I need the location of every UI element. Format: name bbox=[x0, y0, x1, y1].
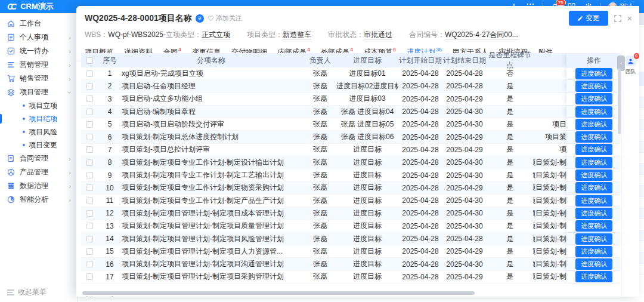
row-checkbox[interactable] bbox=[86, 83, 93, 90]
progress-confirm-button[interactable]: 进度确认 bbox=[575, 233, 612, 245]
subitem-name: 项目策划-制定项目管理计划-制定项目沟通管理计划 bbox=[122, 259, 304, 269]
sidebar-item[interactable]: 营销管理› bbox=[0, 58, 77, 72]
select-all-checkbox[interactable] bbox=[86, 57, 93, 64]
add-follow-button[interactable]: 添加关注 bbox=[208, 14, 242, 23]
table-row: 17 项目策划-制定项目管理计划-制定项目采购管理计划 张磊 进度目标 2025… bbox=[81, 271, 621, 283]
row-checkbox[interactable] bbox=[86, 236, 93, 242]
row-checkbox[interactable] bbox=[86, 261, 93, 267]
row-no: 1 bbox=[98, 69, 122, 78]
planned-end-date: 2025-04-29 bbox=[442, 273, 487, 281]
horizontal-scrollbar[interactable] bbox=[82, 291, 475, 295]
parent-item-truncated: 项目策划-制... bbox=[533, 196, 566, 206]
row-checkbox[interactable] bbox=[86, 159, 93, 166]
sidebar-subitem[interactable]: 项目风险 bbox=[0, 125, 77, 138]
project-title: WQ2025-4-28-0001项目名称 bbox=[85, 13, 192, 24]
planned-start-date: 2025-04-28 bbox=[398, 158, 442, 167]
change-button[interactable]: 变更 bbox=[569, 11, 608, 26]
row-checkbox[interactable] bbox=[86, 273, 93, 280]
row-no: 15 bbox=[98, 247, 122, 255]
close-icon[interactable]: × bbox=[627, 14, 632, 23]
fullscreen-icon[interactable] bbox=[614, 15, 621, 22]
sidebar-item[interactable]: 个人事项› bbox=[0, 30, 77, 44]
row-checkbox[interactable] bbox=[86, 134, 93, 140]
row-checkbox[interactable] bbox=[86, 248, 93, 255]
planned-start-date: 2025-04-28 bbox=[398, 120, 442, 128]
parent-item-truncated: 项目策划-制... bbox=[533, 272, 566, 282]
brand-name: CRM演示 bbox=[20, 1, 54, 12]
table-row: 2 项目启动-任命项目经理 张磊 进度目标02进度目标... 2025-04-2… bbox=[81, 80, 621, 93]
row-checkbox[interactable] bbox=[86, 121, 93, 128]
row-checkbox[interactable] bbox=[86, 109, 93, 115]
progress-confirm-button[interactable]: 进度确认 bbox=[575, 144, 612, 155]
planned-start-date: 2025-04-28 bbox=[398, 260, 442, 269]
progress-confirm-button[interactable]: 进度确认 bbox=[575, 157, 612, 168]
progress-confirm-button[interactable]: 进度确认 bbox=[575, 258, 612, 270]
chevron-right-icon: › bbox=[69, 169, 71, 176]
progress-confirm-button[interactable]: 进度确认 bbox=[575, 81, 612, 92]
row-checkbox[interactable] bbox=[86, 95, 93, 102]
planned-end-date: 2025-04-29 bbox=[442, 133, 487, 141]
progress-confirm-button[interactable]: 进度确认 bbox=[575, 93, 612, 104]
progress-confirm-button[interactable]: 进度确认 bbox=[575, 271, 612, 282]
row-checkbox[interactable] bbox=[86, 223, 93, 229]
project-icon bbox=[7, 88, 15, 96]
row-checkbox[interactable] bbox=[86, 210, 93, 217]
progress-confirm-button[interactable]: 进度确认 bbox=[575, 195, 612, 207]
sidebar-item[interactable]: 合同管理› bbox=[0, 152, 77, 165]
sidebar-subitem[interactable]: 项目立项 bbox=[0, 99, 77, 112]
progress-confirm-button[interactable]: 进度确认 bbox=[575, 170, 612, 181]
is-milestone: 是 bbox=[487, 221, 533, 231]
row-checkbox[interactable] bbox=[86, 198, 93, 204]
planned-start-date: 2025-04-28 bbox=[398, 209, 442, 217]
planned-end-date: 2025-04-30 bbox=[442, 260, 487, 269]
parent-item-truncated: 项目策 bbox=[533, 132, 566, 142]
sidebar-subitem[interactable]: 项目结项 bbox=[0, 112, 77, 125]
table-row: 5 项目启动-项目启动阶段交付评审 张磊 张磊 进度目标05 2025-04-2… bbox=[81, 118, 621, 131]
progress-confirm-button[interactable]: 进度确认 bbox=[575, 220, 612, 232]
sidebar-item[interactable]: 项目管理› bbox=[0, 85, 77, 99]
sidebar-item[interactable]: 工作台 bbox=[0, 17, 77, 30]
progress-confirm-button[interactable]: 进度确认 bbox=[575, 208, 612, 219]
contract-icon bbox=[7, 155, 15, 162]
subitem-name: 项目策划-制定项目专业工作计划-制定物资采购计划 bbox=[122, 183, 304, 193]
progress-confirm-button[interactable]: 进度确认 bbox=[575, 119, 612, 130]
parent-item-truncated: 项目策划-制... bbox=[533, 183, 566, 193]
planned-start-date: 2025-04-28 bbox=[398, 107, 442, 116]
sidebar-item[interactable]: 产品管理› bbox=[0, 165, 77, 179]
is-milestone: 是 bbox=[487, 272, 533, 282]
sidebar-item-label: 个人事项 bbox=[20, 32, 64, 42]
parent-item-truncated: 项目策划-制... bbox=[533, 234, 566, 244]
vertical-scrollbar[interactable] bbox=[618, 69, 621, 134]
sidebar-item[interactable]: 数据治理› bbox=[0, 179, 77, 193]
pencil-icon bbox=[577, 16, 583, 21]
owner: 张磊 bbox=[304, 132, 336, 142]
planned-end-date: 2025-04-30 bbox=[442, 107, 487, 116]
sidebar-item[interactable]: 智能分析› bbox=[0, 193, 77, 207]
row-checkbox[interactable] bbox=[86, 172, 93, 178]
sidebar-item[interactable]: 统一待办› bbox=[0, 44, 77, 58]
planned-start-date: 2025-04-28 bbox=[398, 247, 442, 255]
owner: 张磊 bbox=[304, 221, 336, 231]
brand: CC CRM演示 bbox=[7, 1, 54, 12]
planned-end-date: 2025-04-30 bbox=[442, 196, 487, 205]
chevron-right-icon: › bbox=[69, 155, 71, 162]
owner: 张磊 bbox=[304, 196, 336, 206]
sidebar-menu: 工作台 个人事项› 统一待办› 营销管理› 销售管理› 项目管理› 项目立项 项… bbox=[0, 13, 77, 207]
row-checkbox[interactable] bbox=[86, 70, 93, 77]
progress-confirm-button[interactable]: 进度确认 bbox=[575, 106, 612, 118]
team-members-icon[interactable]: 6 bbox=[626, 56, 636, 66]
project-detail-modal: WQ2025-4-28-0001项目名称 添加关注 变更 × bbox=[76, 6, 639, 297]
progress-confirm-button[interactable]: 进度确认 bbox=[575, 131, 612, 143]
progress-confirm-button[interactable]: 进度确认 bbox=[575, 182, 612, 193]
progress-confirm-button[interactable]: 进度确认 bbox=[575, 68, 612, 79]
parent-item-truncated: 项目策划-制... bbox=[533, 158, 566, 168]
progress-target: 进度目标 bbox=[336, 234, 398, 244]
owner: 张磊 bbox=[304, 81, 336, 91]
is-milestone: 是 bbox=[487, 234, 533, 244]
sidebar-item[interactable]: 销售管理› bbox=[0, 72, 77, 85]
sidebar-subitem[interactable]: 项目变更 bbox=[0, 138, 77, 152]
collapse-menu-button[interactable]: 收起菜单 bbox=[7, 287, 47, 297]
row-checkbox[interactable] bbox=[86, 184, 93, 191]
progress-confirm-button[interactable]: 进度确认 bbox=[575, 246, 612, 257]
row-checkbox[interactable] bbox=[86, 146, 93, 153]
